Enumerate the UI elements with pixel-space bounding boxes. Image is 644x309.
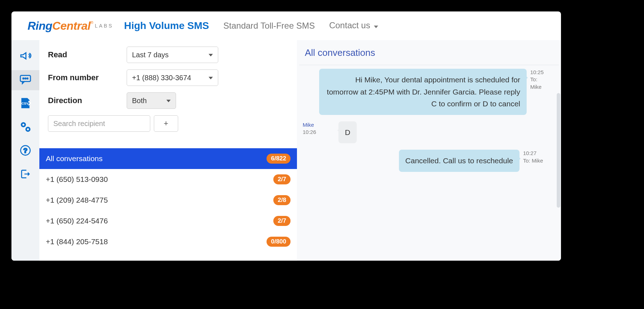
chat-scrollbar[interactable] <box>557 93 560 208</box>
filter-direction-label: Direction <box>48 96 127 105</box>
rail-conversations[interactable] <box>11 70 39 90</box>
message-to: To: Mike <box>523 157 555 164</box>
chevron-down-icon <box>166 97 171 105</box>
logo-part-ring: Ring <box>28 19 52 33</box>
conversation-badge: 2/7 <box>273 216 291 226</box>
conversation-item[interactable]: +1 (844) 205-7518 0/800 <box>39 231 297 252</box>
chevron-down-icon <box>209 51 213 59</box>
nav-contact-us-label: Contact us <box>329 20 370 30</box>
chevron-down-icon <box>374 21 378 31</box>
conversations-panel: Read Last 7 days From number +1 (888) 33… <box>39 40 297 261</box>
message-bubble: Hi Mike, Your dental appointment is sche… <box>319 69 527 115</box>
filter-direction-value: Both <box>132 97 147 105</box>
svg-text:CSV: CSV <box>21 101 29 105</box>
top-nav: High Volume SMS Standard Toll-Free SMS C… <box>124 20 379 32</box>
svg-point-1 <box>23 78 24 79</box>
svg-point-6 <box>23 124 25 126</box>
csv-export-icon: CSV <box>19 97 31 111</box>
message-time: 10:25 <box>530 69 555 76</box>
nav-standard-tollfree-sms[interactable]: Standard Toll-Free SMS <box>223 21 315 31</box>
logo-registered: ® <box>91 20 93 25</box>
svg-point-8 <box>27 128 29 130</box>
message-outgoing: Cancelled. Call us to reschedule 10:27 T… <box>303 150 555 172</box>
conversation-number: +1 (650) 513-0930 <box>46 175 108 184</box>
message-incoming: Mike 10:26 D <box>303 121 555 144</box>
conversation-badge: 2/8 <box>273 195 291 205</box>
settings-gears-icon <box>19 121 31 134</box>
conversation-item[interactable]: +1 (209) 248-4775 2/8 <box>39 190 297 211</box>
logout-icon <box>20 168 31 181</box>
filter-from-select[interactable]: +1 (888) 330-3674 <box>127 69 218 86</box>
message-outgoing: Hi Mike, Your dental appointment is sche… <box>303 69 555 115</box>
filters: Read Last 7 days From number +1 (888) 33… <box>39 47 297 138</box>
chat-panel: All conversations Hi Mike, Your dental a… <box>297 40 561 261</box>
message-meta: 10:25 To: Mike <box>530 69 555 115</box>
message-bubble: Cancelled. Call us to reschedule <box>399 150 519 172</box>
conversation-all-label: All conversations <box>46 154 103 163</box>
conversation-all-badge: 6/822 <box>267 154 291 164</box>
help-icon: ? <box>20 145 31 158</box>
conversation-number: +1 (209) 248-4775 <box>46 196 108 204</box>
nav-high-volume-sms[interactable]: High Volume SMS <box>124 20 209 32</box>
logo-part-central: Central <box>52 19 91 33</box>
conversation-number: +1 (844) 205-7518 <box>46 237 108 246</box>
filter-from-value: +1 (888) 330-3674 <box>132 74 191 82</box>
rail-logout[interactable] <box>11 165 39 185</box>
message-meta: Mike 10:26 <box>303 121 328 144</box>
chat-icon <box>19 74 31 86</box>
rail-settings[interactable] <box>11 117 39 137</box>
rail-help[interactable]: ? <box>11 141 39 161</box>
filter-from-label: From number <box>48 73 127 82</box>
brand-logo: Ring Central ® LABS <box>28 19 113 33</box>
filter-read-label: Read <box>48 50 127 59</box>
filter-direction-select[interactable]: Both <box>127 92 176 109</box>
conversation-item[interactable]: +1 (650) 224-5476 2/7 <box>39 211 297 231</box>
filter-read-value: Last 7 days <box>132 51 169 59</box>
chat-title: All conversations <box>299 40 559 65</box>
conversation-all[interactable]: All conversations 6/822 <box>39 148 297 169</box>
search-recipient-input[interactable] <box>48 115 150 132</box>
message-bubble: D <box>338 121 357 144</box>
nav-contact-us[interactable]: Contact us <box>329 20 378 31</box>
conversation-list: All conversations 6/822 +1 (650) 513-093… <box>39 148 297 252</box>
message-to-name: Mike <box>530 83 555 91</box>
svg-point-2 <box>25 78 26 79</box>
message-sender: Mike <box>303 121 328 129</box>
chat-messages: Hi Mike, Your dental appointment is sche… <box>297 65 561 261</box>
svg-text:?: ? <box>23 147 27 154</box>
logo-labs: LABS <box>95 23 113 29</box>
left-rail: CSV ? <box>11 40 39 261</box>
body: CSV ? <box>11 40 561 261</box>
message-to-label: To: <box>530 76 555 83</box>
filter-read-select[interactable]: Last 7 days <box>127 47 218 63</box>
conversation-badge: 2/7 <box>273 174 291 184</box>
conversation-number: +1 (650) 224-5476 <box>46 217 108 225</box>
rail-campaigns[interactable] <box>11 47 39 67</box>
conversation-badge: 0/800 <box>267 237 291 247</box>
megaphone-icon <box>19 50 31 63</box>
conversation-item[interactable]: +1 (650) 513-0930 2/7 <box>39 169 297 190</box>
app-frame: Ring Central ® LABS High Volume SMS Stan… <box>11 11 561 261</box>
svg-point-3 <box>27 78 28 79</box>
add-recipient-button[interactable]: + <box>154 115 178 132</box>
rail-export[interactable]: CSV <box>11 94 39 114</box>
chevron-down-icon <box>209 74 213 82</box>
message-time: 10:26 <box>303 129 328 136</box>
header: Ring Central ® LABS High Volume SMS Stan… <box>11 11 561 40</box>
message-meta: 10:27 To: Mike <box>523 150 555 172</box>
message-time: 10:27 <box>523 150 555 157</box>
